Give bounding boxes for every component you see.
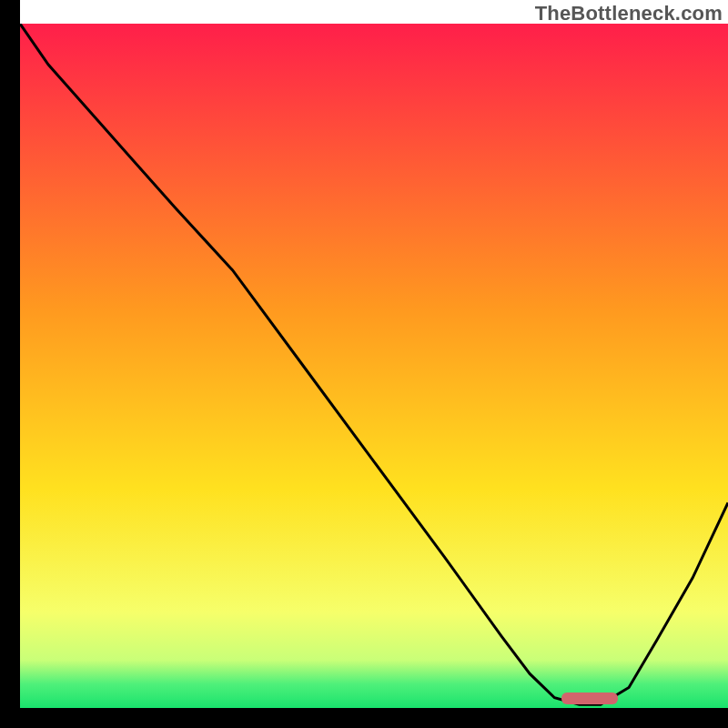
plot-area — [20, 24, 728, 708]
x-axis — [0, 708, 728, 728]
gradient-background — [20, 24, 728, 708]
y-axis — [0, 0, 20, 728]
plot-svg — [20, 24, 728, 708]
bottleneck-gradient-chart: TheBottleneck.com — [0, 0, 728, 728]
optimal-zone-marker — [561, 693, 618, 703]
